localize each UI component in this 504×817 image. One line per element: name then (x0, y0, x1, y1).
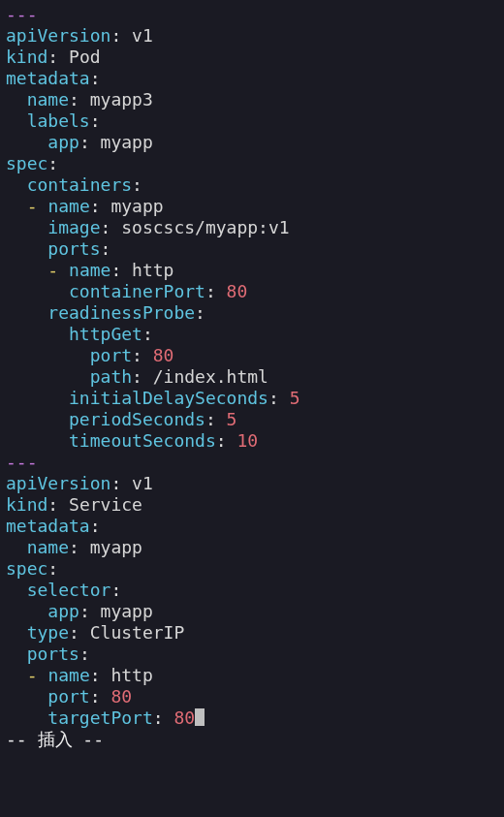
doc-separator: --- (6, 4, 38, 24)
yaml-value: 5 (227, 409, 237, 429)
yaml-key: kind (6, 494, 47, 515)
yaml-key: path (90, 366, 132, 387)
yaml-value: 80 (227, 281, 248, 301)
yaml-key: timeoutSeconds (69, 430, 216, 451)
yaml-value: 80 (173, 707, 195, 728)
yaml-value: ClusterIP (90, 622, 185, 643)
yaml-key: metadata (6, 516, 90, 536)
yaml-value: http (132, 260, 173, 280)
yaml-value: soscscs/myapp:v1 (121, 217, 289, 237)
yaml-key: labels (27, 110, 90, 131)
yaml-value: myapp (101, 132, 153, 152)
yaml-key: name (47, 665, 89, 685)
yaml-key: kind (6, 47, 47, 67)
yaml-value: 5 (290, 388, 300, 408)
vim-status-line: -- 插入 -- (6, 729, 104, 749)
yaml-key: apiVersion (6, 25, 110, 46)
yaml-key: httpGet (69, 324, 142, 344)
yaml-key: periodSeconds (69, 409, 205, 429)
yaml-key: port (47, 686, 89, 707)
yaml-value: myapp3 (90, 89, 153, 110)
yaml-key: selector (27, 580, 111, 600)
yaml-value: v1 (132, 473, 153, 493)
yaml-key: type (27, 622, 69, 643)
yaml-key: spec (6, 558, 47, 579)
yaml-value: v1 (132, 25, 153, 46)
yaml-value: http (110, 665, 152, 685)
yaml-key: spec (6, 153, 47, 173)
yaml-key: name (27, 537, 69, 557)
yaml-key: initialDelaySeconds (69, 388, 268, 408)
yaml-value: 10 (236, 430, 258, 451)
yaml-key: containerPort (69, 281, 205, 301)
dash-icon: - (47, 260, 58, 280)
yaml-value: 80 (110, 686, 132, 707)
yaml-key: apiVersion (6, 473, 110, 493)
dash-icon: - (27, 196, 38, 216)
yaml-key: name (27, 89, 69, 110)
yaml-value: myapp (110, 196, 163, 216)
yaml-key: app (47, 601, 79, 621)
cursor-icon (195, 708, 205, 726)
yaml-value: 80 (153, 345, 174, 365)
yaml-key: port (90, 345, 132, 365)
yaml-key: targetPort (47, 707, 152, 728)
yaml-value: myapp (90, 537, 142, 557)
doc-separator: --- (6, 452, 38, 472)
yaml-key: metadata (6, 68, 90, 88)
dash-icon: - (27, 665, 38, 685)
yaml-value: myapp (101, 601, 153, 621)
yaml-key: image (47, 217, 100, 237)
yaml-value: Pod (69, 47, 101, 67)
yaml-key: name (47, 196, 89, 216)
yaml-value: Service (69, 494, 142, 515)
yaml-key: ports (47, 238, 100, 259)
editor-buffer[interactable]: --- apiVersion: v1 kind: Pod metadata: n… (0, 0, 504, 754)
yaml-value: /index.html (153, 366, 268, 387)
yaml-key: name (69, 260, 110, 280)
yaml-key: ports (27, 644, 79, 664)
yaml-key: readinessProbe (47, 302, 195, 323)
yaml-key: app (47, 132, 79, 152)
yaml-key: containers (27, 174, 132, 195)
